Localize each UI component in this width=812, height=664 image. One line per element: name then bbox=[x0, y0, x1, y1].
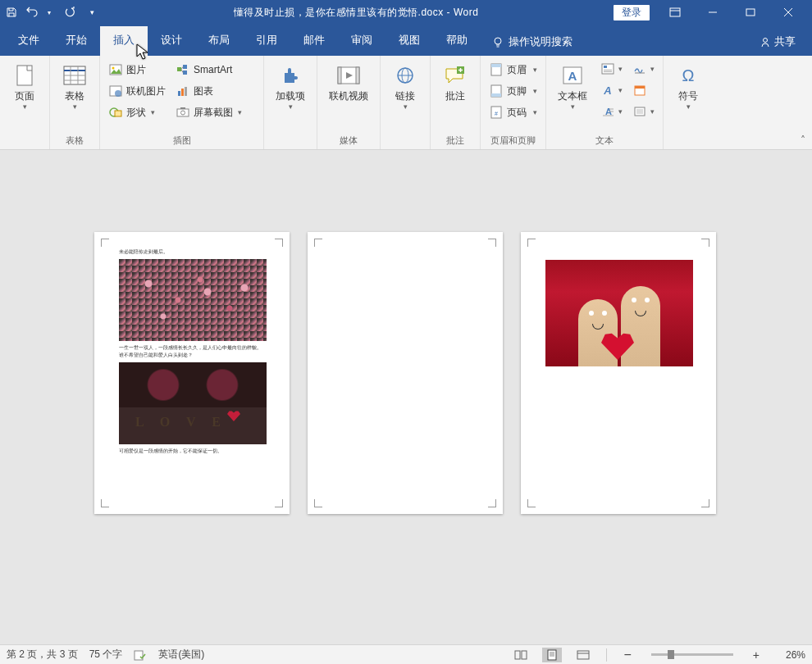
page1-image-love bbox=[119, 362, 267, 444]
symbols-button[interactable]: Ω 符号 ▾ bbox=[668, 59, 708, 144]
share-icon bbox=[760, 36, 771, 48]
save-icon[interactable] bbox=[5, 6, 18, 19]
object-icon bbox=[632, 104, 647, 119]
undo-more-icon[interactable]: ▾ bbox=[43, 6, 56, 19]
date-icon bbox=[632, 83, 647, 98]
share-button[interactable]: 共享 bbox=[748, 28, 807, 56]
document-title: 懂得及时止损，是你在感情里该有的觉悟.docx - Word bbox=[98, 6, 614, 20]
language-indicator[interactable]: 英语(美国) bbox=[158, 648, 204, 662]
screenshot-button[interactable]: 屏幕截图▾ bbox=[172, 102, 245, 123]
web-layout-icon[interactable] bbox=[573, 648, 593, 662]
object-button[interactable]: ▾ bbox=[629, 102, 658, 121]
tab-design[interactable]: 设计 bbox=[148, 26, 195, 56]
maximize-icon[interactable] bbox=[732, 0, 769, 25]
drop-cap-icon: A bbox=[600, 104, 615, 119]
tab-mail[interactable]: 邮件 bbox=[290, 26, 338, 56]
tab-help[interactable]: 帮助 bbox=[433, 26, 481, 56]
svg-rect-24 bbox=[183, 65, 187, 69]
table-icon bbox=[62, 62, 88, 89]
svg-rect-46 bbox=[491, 93, 501, 97]
tell-me[interactable]: 操作说明搜索 bbox=[481, 28, 584, 56]
svg-rect-52 bbox=[604, 66, 607, 68]
ribbon-display-options-icon[interactable] bbox=[656, 0, 694, 25]
tab-references[interactable]: 引用 bbox=[243, 26, 290, 56]
tab-view[interactable]: 视图 bbox=[385, 26, 433, 56]
online-picture-icon bbox=[108, 84, 123, 98]
picture-button[interactable]: 图片 bbox=[105, 59, 169, 80]
zoom-in-button[interactable]: + bbox=[750, 648, 763, 662]
group-comments: 批注 批注 bbox=[431, 56, 481, 149]
tab-home[interactable]: 开始 bbox=[52, 26, 100, 56]
read-mode-icon[interactable] bbox=[511, 648, 531, 662]
video-icon bbox=[335, 62, 362, 89]
links-button[interactable]: 链接 ▾ bbox=[385, 59, 425, 144]
minimize-icon[interactable] bbox=[694, 0, 732, 25]
date-time-button[interactable] bbox=[629, 80, 658, 100]
svg-rect-30 bbox=[185, 87, 187, 96]
document-area[interactable]: 未必能陪你走到最后。 一生一世一双人，一段感情长长久久，是人们心中最向往的样貌。… bbox=[0, 150, 812, 636]
svg-rect-54 bbox=[604, 71, 612, 72]
window-controls bbox=[656, 0, 807, 25]
svg-rect-22 bbox=[115, 111, 121, 116]
status-bar: 第 2 页，共 3 页 75 个字 英语(美国) − + 26% bbox=[0, 644, 812, 664]
addins-button[interactable]: 加载项 ▾ bbox=[269, 59, 312, 144]
online-picture-button[interactable]: 联机图片 bbox=[105, 80, 169, 102]
zoom-slider[interactable] bbox=[651, 653, 733, 656]
svg-rect-0 bbox=[670, 8, 680, 16]
redo-icon[interactable] bbox=[64, 6, 77, 19]
chart-icon bbox=[176, 84, 190, 98]
tab-review[interactable]: 审阅 bbox=[338, 26, 385, 56]
page-number-button[interactable]: #页码▾ bbox=[486, 102, 541, 123]
addins-icon bbox=[277, 62, 303, 89]
screenshot-icon bbox=[176, 105, 190, 120]
svg-line-27 bbox=[181, 70, 183, 73]
svg-rect-35 bbox=[338, 67, 341, 84]
page-indicator[interactable]: 第 2 页，共 3 页 bbox=[7, 648, 78, 662]
textbox-icon: A bbox=[559, 62, 586, 89]
qat-customize-icon[interactable]: ▾ bbox=[85, 6, 98, 19]
comment-button[interactable]: 批注 bbox=[436, 59, 475, 132]
link-icon bbox=[392, 62, 418, 89]
footer-button[interactable]: 页脚▾ bbox=[486, 80, 541, 102]
signature-button[interactable]: ▾ bbox=[629, 59, 658, 79]
tab-insert[interactable]: 插入 bbox=[100, 26, 148, 56]
header-button[interactable]: 页眉▾ bbox=[486, 59, 541, 80]
page1-image-blossom bbox=[119, 259, 267, 341]
drop-cap-button[interactable]: A▾ bbox=[597, 102, 626, 121]
smartart-icon bbox=[176, 62, 190, 77]
chart-button[interactable]: 图表 bbox=[172, 80, 245, 102]
quick-access-toolbar: ▾ ▾ bbox=[5, 6, 98, 19]
page1-text2: 一生一世一双人，一段感情长长久久，是人们心中最向往的样貌。谁不希望自己能和爱人白… bbox=[119, 344, 265, 359]
undo-icon[interactable] bbox=[26, 6, 39, 19]
shapes-button[interactable]: 形状▾ bbox=[105, 102, 169, 123]
shapes-icon bbox=[108, 105, 123, 120]
svg-rect-64 bbox=[636, 109, 643, 114]
close-icon[interactable] bbox=[769, 0, 807, 25]
page-2[interactable] bbox=[308, 232, 503, 514]
ribbon: 页面 ▾ 表格 ▾ 表格 图片 联机图片 形状▾ SmartArt 图表 bbox=[0, 56, 812, 150]
table-button[interactable]: 表格 ▾ bbox=[55, 59, 94, 132]
tab-file[interactable]: 文件 bbox=[5, 26, 52, 56]
svg-point-9 bbox=[764, 39, 768, 43]
zoom-level[interactable]: 26% bbox=[774, 649, 805, 661]
word-count[interactable]: 75 个字 bbox=[89, 648, 123, 662]
svg-line-26 bbox=[181, 67, 183, 70]
wordart-button[interactable]: A▾ bbox=[597, 80, 626, 100]
page1-text1: 未必能陪你走到最后。 bbox=[119, 248, 265, 256]
page-3[interactable] bbox=[521, 232, 716, 514]
svg-rect-62 bbox=[635, 86, 645, 89]
print-layout-icon[interactable] bbox=[542, 648, 562, 662]
ribbon-tabs: 文件 开始 插入 设计 布局 引用 邮件 审阅 视图 帮助 操作说明搜索 共享 bbox=[0, 25, 812, 56]
quick-parts-button[interactable]: ▾ bbox=[597, 59, 626, 79]
collapse-ribbon-icon[interactable]: ˄ bbox=[801, 134, 805, 146]
spell-check-icon[interactable] bbox=[134, 649, 147, 661]
page-1[interactable]: 未必能陪你走到最后。 一生一世一双人，一段感情长长久久，是人们心中最向往的样貌。… bbox=[94, 232, 290, 514]
svg-rect-25 bbox=[183, 70, 187, 75]
smartart-button[interactable]: SmartArt bbox=[172, 59, 245, 80]
tab-layout[interactable]: 布局 bbox=[195, 26, 243, 56]
login-button[interactable]: 登录 bbox=[614, 5, 650, 20]
pages-button[interactable]: 页面 ▾ bbox=[5, 59, 44, 144]
textbox-button[interactable]: A 文本框 ▾ bbox=[551, 59, 594, 132]
online-video-button[interactable]: 联机视频 bbox=[322, 59, 375, 132]
zoom-out-button[interactable]: − bbox=[620, 648, 634, 662]
